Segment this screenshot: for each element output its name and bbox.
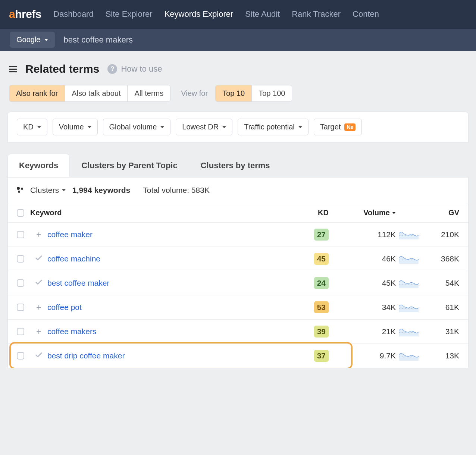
chevron-down-icon xyxy=(298,126,302,128)
filter-lowest-dr[interactable]: Lowest DR xyxy=(176,119,232,135)
tab-all-terms[interactable]: All terms xyxy=(128,85,170,101)
table-row: coffee machine4546K368K xyxy=(8,247,468,271)
volume-value: 21K xyxy=(329,327,396,336)
top-n-tabs: Top 10Top 100 xyxy=(215,85,292,102)
ctab-clusters-by-parent-topic[interactable]: Clusters by Parent Topic xyxy=(70,154,189,177)
search-engine-select[interactable]: Google xyxy=(10,32,55,48)
trend-sparkline-icon xyxy=(399,278,419,288)
chevron-down-icon xyxy=(44,39,48,41)
kd-badge: 37 xyxy=(314,350,329,362)
clusters-dropdown[interactable]: Clusters xyxy=(30,186,66,195)
total-volume: Total volume: 583K xyxy=(143,186,210,195)
check-icon xyxy=(35,254,43,262)
col-volume[interactable]: Volume xyxy=(329,208,396,217)
filter-kd[interactable]: KD xyxy=(17,119,47,135)
gv-value: 368K xyxy=(422,254,459,263)
logo-a: a xyxy=(9,8,15,20)
tab-top-100[interactable]: Top 100 xyxy=(252,85,292,101)
kd-badge: 53 xyxy=(314,301,329,313)
kd-badge: 39 xyxy=(314,326,329,338)
plus-icon[interactable]: + xyxy=(36,302,41,313)
gv-value: 210K xyxy=(422,230,459,239)
filter-target[interactable]: TargetNe xyxy=(314,119,362,135)
nav-keywords-explorer[interactable]: Keywords Explorer xyxy=(165,9,234,19)
row-checkbox[interactable] xyxy=(17,255,24,263)
search-bar: Google xyxy=(0,28,476,51)
nav-rank-tracker[interactable]: Rank Tracker xyxy=(292,9,341,19)
row-checkbox[interactable] xyxy=(17,231,24,238)
chevron-down-icon xyxy=(62,189,66,191)
chevron-down-icon xyxy=(222,126,226,128)
help-link[interactable]: How to use xyxy=(121,64,162,74)
keyword-link[interactable]: coffee machine xyxy=(47,254,303,263)
table-row: best drip coffee maker379.7K13K xyxy=(8,343,468,368)
table-row: best coffee maker2445K54K xyxy=(8,271,468,295)
volume-value: 9.7K xyxy=(329,351,396,360)
kd-badge: 45 xyxy=(314,253,329,265)
new-badge: Ne xyxy=(344,123,356,131)
logo-rest: hrefs xyxy=(15,8,41,20)
chevron-down-icon xyxy=(37,126,41,128)
plus-icon[interactable]: + xyxy=(36,326,41,337)
filter-bar: KDVolumeGlobal volumeLowest DRTraffic po… xyxy=(7,112,469,142)
match-type-tabs: Also rank forAlso talk aboutAll terms xyxy=(9,85,170,102)
trend-sparkline-icon xyxy=(399,351,419,361)
row-checkbox[interactable] xyxy=(17,352,24,360)
ctab-clusters-by-terms[interactable]: Clusters by terms xyxy=(189,154,282,177)
clusters-icon xyxy=(17,187,24,194)
table-row: +coffee maker27112K210K xyxy=(8,222,468,247)
row-checkbox[interactable] xyxy=(17,279,24,287)
filter-global-volume[interactable]: Global volume xyxy=(103,119,171,135)
keyword-search-input[interactable] xyxy=(55,35,476,45)
tab-also-talk-about[interactable]: Also talk about xyxy=(65,85,128,101)
trend-sparkline-icon xyxy=(399,327,419,336)
row-checkbox[interactable] xyxy=(17,304,24,311)
keywords-table: Clusters 1,994 keywords Total volume: 58… xyxy=(7,178,469,368)
gv-value: 54K xyxy=(422,279,459,288)
col-kd[interactable]: KD xyxy=(303,208,329,217)
trend-sparkline-icon xyxy=(399,230,419,239)
volume-value: 112K xyxy=(329,230,396,239)
ctab-keywords[interactable]: Keywords xyxy=(7,154,70,177)
nav-site-explorer[interactable]: Site Explorer xyxy=(106,9,153,19)
tab-also-rank-for[interactable]: Also rank for xyxy=(9,85,65,101)
search-engine-label: Google xyxy=(16,35,41,44)
logo[interactable]: ahrefs xyxy=(9,8,41,21)
keyword-link[interactable]: coffee maker xyxy=(47,230,303,239)
keyword-link[interactable]: best drip coffee maker xyxy=(47,351,303,360)
gv-value: 61K xyxy=(422,303,459,312)
filter-volume[interactable]: Volume xyxy=(53,119,98,135)
clusters-label: Clusters xyxy=(30,186,59,195)
chevron-down-icon xyxy=(88,126,91,128)
volume-value: 34K xyxy=(329,303,396,312)
col-keyword[interactable]: Keyword xyxy=(30,208,303,217)
check-icon xyxy=(35,351,43,359)
result-view-tabs: KeywordsClusters by Parent TopicClusters… xyxy=(7,142,469,178)
top-nav: ahrefs DashboardSite ExplorerKeywords Ex… xyxy=(0,0,476,28)
row-checkbox[interactable] xyxy=(17,328,24,335)
gv-value: 31K xyxy=(422,327,459,336)
check-icon xyxy=(35,278,43,286)
view-for-label: View for xyxy=(181,89,208,98)
select-all-checkbox[interactable] xyxy=(17,209,24,217)
chevron-down-icon xyxy=(160,126,164,128)
hamburger-icon[interactable] xyxy=(9,66,17,72)
table-row: +coffee pot5334K61K xyxy=(8,295,468,319)
table-header: Keyword KD Volume GV xyxy=(8,203,468,222)
page-header: Related terms ? How to use xyxy=(0,51,476,85)
tab-top-10[interactable]: Top 10 xyxy=(216,85,252,101)
filter-traffic-potential[interactable]: Traffic potential xyxy=(238,119,309,135)
nav-conten[interactable]: Conten xyxy=(353,9,379,19)
summary-row: Clusters 1,994 keywords Total volume: 58… xyxy=(8,178,468,203)
keyword-link[interactable]: coffee pot xyxy=(47,303,303,312)
plus-icon[interactable]: + xyxy=(36,229,41,240)
keyword-link[interactable]: coffee makers xyxy=(47,327,303,336)
help-icon[interactable]: ? xyxy=(107,64,117,74)
nav-dashboard[interactable]: Dashboard xyxy=(53,9,94,19)
nav-site-audit[interactable]: Site Audit xyxy=(245,9,280,19)
col-gv[interactable]: GV xyxy=(422,208,459,217)
trend-sparkline-icon xyxy=(399,254,419,264)
keyword-link[interactable]: best coffee maker xyxy=(47,279,303,288)
mode-tabs-row: Also rank forAlso talk aboutAll terms Vi… xyxy=(0,85,476,109)
table-row: +coffee makers3921K31K xyxy=(8,319,468,343)
